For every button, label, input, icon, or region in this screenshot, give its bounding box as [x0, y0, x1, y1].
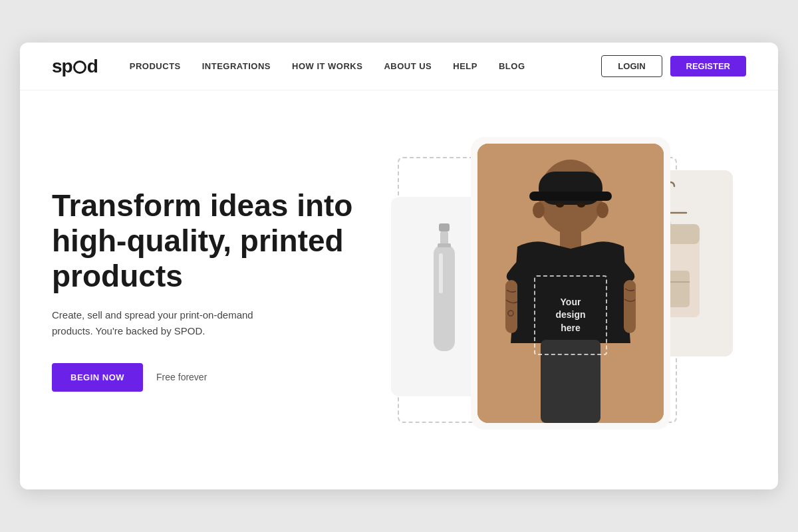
- nav-item-help[interactable]: HELP: [453, 61, 477, 71]
- svg-point-18: [533, 202, 545, 218]
- hero-content: Transform ideas into high-quality, print…: [52, 188, 371, 392]
- svg-rect-3: [439, 253, 443, 293]
- svg-rect-14: [505, 280, 517, 333]
- begin-now-button[interactable]: BEGIN NOW: [52, 363, 143, 392]
- svg-rect-12: [529, 192, 612, 201]
- design-placeholder-line2: design: [555, 309, 585, 322]
- svg-rect-4: [438, 243, 451, 247]
- svg-rect-1: [440, 231, 448, 245]
- nav-item-products[interactable]: PRODUCTS: [130, 61, 181, 71]
- svg-rect-0: [439, 223, 450, 231]
- svg-rect-15: [624, 280, 636, 333]
- hero-title: Transform ideas into high-quality, print…: [52, 188, 371, 294]
- svg-rect-2: [434, 245, 455, 351]
- logo[interactable]: spd: [52, 56, 98, 77]
- design-placeholder-line3: here: [561, 322, 581, 335]
- person-figure: Your design here: [477, 144, 664, 423]
- design-placeholder-line1: Your: [561, 296, 581, 309]
- nav-item-blog[interactable]: BLOG: [499, 61, 525, 71]
- nav-item-integrations[interactable]: INTEGRATIONS: [202, 61, 271, 71]
- hero-cta: BEGIN NOW Free forever: [52, 363, 371, 392]
- svg-point-21: [577, 202, 585, 207]
- nav-actions: LOGIN REGISTER: [601, 55, 746, 77]
- free-forever-label: Free forever: [156, 372, 207, 382]
- bottle-icon: [424, 223, 464, 370]
- hero-subtitle: Create, sell and spread your print-on-de…: [52, 307, 291, 339]
- register-button[interactable]: REGISTER: [670, 56, 746, 76]
- svg-rect-13: [560, 229, 581, 249]
- design-placeholder: Your design here: [534, 275, 607, 355]
- nav-links: PRODUCTS INTEGRATIONS HOW IT WORKS ABOUT…: [130, 61, 602, 71]
- login-button[interactable]: LOGIN: [601, 55, 662, 77]
- navbar: spd PRODUCTS INTEGRATIONS HOW IT WORKS A…: [20, 43, 778, 90]
- hero-visuals: Your design here: [371, 130, 746, 450]
- nav-item-about-us[interactable]: ABOUT US: [384, 61, 432, 71]
- svg-point-19: [597, 202, 608, 218]
- tshirt-person-card: Your design here: [477, 144, 664, 423]
- svg-point-20: [556, 202, 564, 207]
- hero-section: Transform ideas into high-quality, print…: [20, 90, 778, 489]
- page-wrapper: spd PRODUCTS INTEGRATIONS HOW IT WORKS A…: [20, 43, 778, 489]
- nav-item-how-it-works[interactable]: HOW IT WORKS: [292, 61, 362, 71]
